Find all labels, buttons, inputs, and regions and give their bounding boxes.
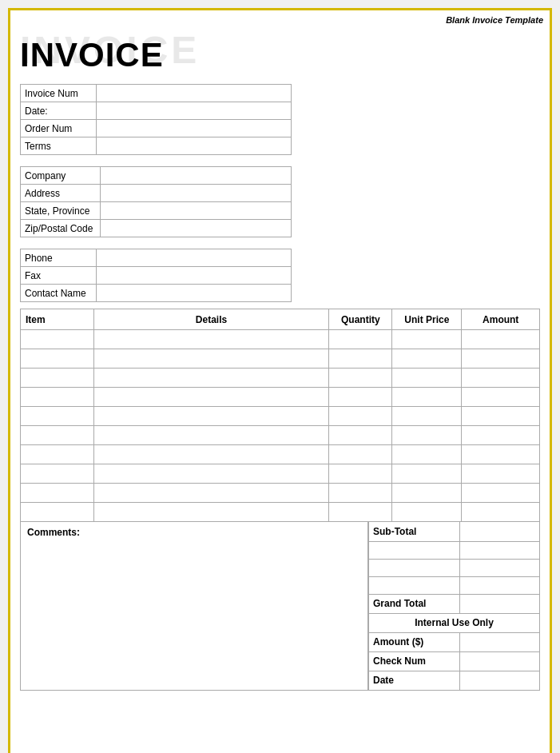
subtotal-label: Sub-Total: [369, 522, 460, 541]
address-row: Address: [21, 185, 292, 202]
amount-value[interactable]: [460, 632, 540, 651]
price-cell[interactable]: [392, 369, 462, 388]
extra-value-2[interactable]: [460, 559, 540, 576]
fax-row: Fax: [21, 267, 292, 285]
quantity-header: Quantity: [329, 309, 392, 330]
terms-value[interactable]: [97, 137, 292, 155]
amount-label: Amount ($): [369, 632, 460, 651]
details-cell[interactable]: [93, 407, 329, 426]
price-cell[interactable]: [392, 407, 462, 426]
price-cell[interactable]: [392, 388, 462, 407]
amount-cell[interactable]: [462, 369, 540, 388]
amount-row: Amount ($): [369, 632, 540, 651]
price-cell[interactable]: [392, 426, 462, 445]
bottom-section: Comments: Sub-Total: [20, 522, 540, 691]
check-num-value[interactable]: [460, 651, 540, 671]
amount-cell[interactable]: [462, 464, 540, 484]
amount-cell[interactable]: [462, 388, 540, 407]
order-num-value[interactable]: [97, 120, 292, 137]
item-cell[interactable]: [21, 484, 94, 503]
company-value[interactable]: [101, 167, 292, 185]
extra-row-1: [369, 541, 540, 559]
price-cell[interactable]: [392, 445, 462, 464]
zip-value[interactable]: [101, 220, 292, 237]
amount-cell[interactable]: [462, 330, 540, 349]
details-cell[interactable]: [93, 388, 329, 407]
check-num-label: Check Num: [369, 651, 460, 671]
unit-price-header: Unit Price: [392, 309, 462, 330]
amount-cell[interactable]: [462, 445, 540, 464]
details-cell[interactable]: [93, 349, 329, 369]
item-cell[interactable]: [21, 445, 94, 464]
totals-table: Sub-Total Grand Total: [368, 522, 540, 691]
qty-cell[interactable]: [329, 388, 392, 407]
invoice-num-label: Invoice Num: [21, 85, 97, 102]
price-cell[interactable]: [392, 330, 462, 349]
item-cell[interactable]: [21, 503, 94, 522]
qty-cell[interactable]: [329, 369, 392, 388]
table-row: [21, 426, 540, 445]
item-cell[interactable]: [21, 426, 94, 445]
qty-cell[interactable]: [329, 445, 392, 464]
date-row: Date:: [21, 102, 292, 120]
table-row: [21, 407, 540, 426]
details-cell[interactable]: [93, 369, 329, 388]
item-cell[interactable]: [21, 407, 94, 426]
totals-date-value[interactable]: [460, 671, 540, 690]
item-cell[interactable]: [21, 388, 94, 407]
phone-value[interactable]: [97, 249, 292, 267]
amount-cell[interactable]: [462, 484, 540, 503]
grand-total-value[interactable]: [460, 594, 540, 613]
extra-label-3[interactable]: [369, 576, 460, 594]
amount-cell[interactable]: [462, 407, 540, 426]
amount-cell[interactable]: [462, 503, 540, 522]
address-value[interactable]: [101, 185, 292, 202]
price-cell[interactable]: [392, 349, 462, 369]
amount-header: Amount: [462, 309, 540, 330]
table-row: [21, 330, 540, 349]
table-row: [21, 388, 540, 407]
subtotal-value[interactable]: [460, 522, 540, 541]
amount-cell[interactable]: [462, 349, 540, 369]
qty-cell[interactable]: [329, 426, 392, 445]
qty-cell[interactable]: [329, 349, 392, 369]
details-cell[interactable]: [93, 484, 329, 503]
table-row: [21, 349, 540, 369]
item-cell[interactable]: [21, 349, 94, 369]
date-value[interactable]: [97, 102, 292, 120]
price-cell[interactable]: [392, 503, 462, 522]
phone-label: Phone: [21, 249, 97, 267]
zip-row: Zip/Postal Code: [21, 220, 292, 237]
item-cell[interactable]: [21, 330, 94, 349]
details-cell[interactable]: [93, 464, 329, 484]
qty-cell[interactable]: [329, 503, 392, 522]
extra-label-2[interactable]: [369, 559, 460, 576]
item-cell[interactable]: [21, 464, 94, 484]
items-table: Item Details Quantity Unit Price Amount: [20, 309, 540, 522]
qty-cell[interactable]: [329, 484, 392, 503]
details-cell[interactable]: [93, 426, 329, 445]
state-value[interactable]: [101, 202, 292, 220]
qty-cell[interactable]: [329, 464, 392, 484]
extra-label-1[interactable]: [369, 541, 460, 559]
invoice-num-value[interactable]: [97, 85, 292, 102]
extra-value-1[interactable]: [460, 541, 540, 559]
extra-value-3[interactable]: [460, 576, 540, 594]
contact-value[interactable]: [97, 285, 292, 302]
amount-cell[interactable]: [462, 426, 540, 445]
price-cell[interactable]: [392, 484, 462, 503]
terms-row: Terms: [21, 137, 292, 155]
fax-value[interactable]: [97, 267, 292, 285]
details-cell[interactable]: [93, 445, 329, 464]
contact-row: Contact Name: [21, 285, 292, 302]
company-info-table: Company Address State, Province Zip/Post…: [20, 166, 292, 237]
details-cell[interactable]: [93, 330, 329, 349]
item-cell[interactable]: [21, 369, 94, 388]
phone-row: Phone: [21, 249, 292, 267]
price-cell[interactable]: [392, 464, 462, 484]
grand-total-row: Grand Total: [369, 594, 540, 613]
internal-use-label: Internal Use Only: [369, 613, 540, 632]
details-cell[interactable]: [93, 503, 329, 522]
qty-cell[interactable]: [329, 330, 392, 349]
qty-cell[interactable]: [329, 407, 392, 426]
